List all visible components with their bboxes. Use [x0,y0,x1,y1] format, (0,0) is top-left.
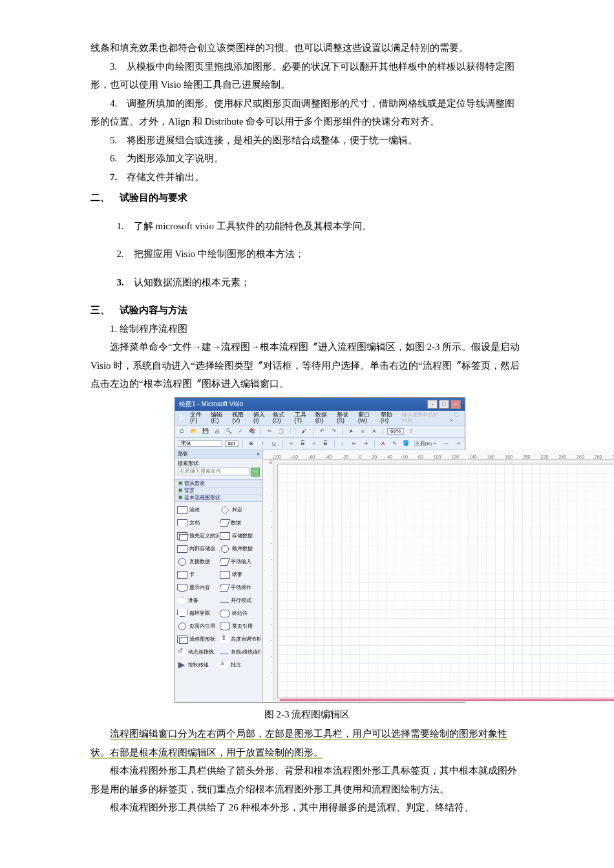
shape-item[interactable]: 动态连接线 [177,646,218,658]
bold-icon[interactable]: B [247,439,256,448]
category-basic-flowchart[interactable]: ▣ 基本流程图形状 [175,494,262,501]
decrease-indent-icon[interactable]: ⇤ [350,439,359,448]
category-arrows[interactable]: ▣ 箭头形状 [175,480,262,487]
shape-icon [220,532,230,540]
spell-icon[interactable]: ✓ [236,427,245,436]
close-button[interactable]: × [450,400,461,409]
increase-indent-icon[interactable]: ⇥ [361,439,370,448]
shape-item[interactable]: 页面内引用 [177,621,218,632]
shape-item[interactable]: 终结符 [220,608,261,619]
menu-edit[interactable]: 编辑(E) [211,412,227,424]
shape-item[interactable]: 显示内容 [177,582,218,594]
connector-icon[interactable]: ⎌ [358,427,367,436]
section-heading: 三、 试验内容与方法 [90,301,524,320]
shape-item[interactable]: 卡 [177,569,218,581]
visio-window: 绘图1 - Microsoft Visio - □ × 📄 文件(F) 编辑(E… [175,397,465,703]
font-color-icon[interactable]: A [379,439,388,448]
theme-icon[interactable]: 主题(E) [419,439,428,448]
menu-view[interactable]: 视图(V) [232,412,248,424]
shape-item[interactable]: 预先定义的流程 [177,530,218,542]
shape-icon [220,506,229,514]
align-right-icon[interactable]: ≡ [310,439,319,448]
shape-item[interactable]: 准备 [177,595,218,606]
shape-item[interactable]: 流程图形状 [177,634,218,645]
pointer-icon[interactable]: ➤ [346,427,355,436]
titlebar[interactable]: 绘图1 - Microsoft Visio - □ × [175,398,465,411]
font-size-box[interactable]: 8pt [225,440,238,447]
shape-item[interactable]: 循环界限 [177,608,218,619]
italic-icon[interactable]: I [258,439,267,448]
shape-item[interactable]: 批注 [220,659,261,671]
shape-item[interactable]: 存储数据 [220,530,261,542]
paragraph: 流程图编辑窗口分为左右两个局部，左部是图形工具栏，用户可以选择需要绘制的图形对象… [90,725,524,761]
line-weight-icon[interactable]: ≡ [430,439,439,448]
paste-icon[interactable]: 📄 [288,427,297,436]
menu-data[interactable]: 数据(D) [315,412,332,424]
shape-item[interactable]: 直线-曲线连接线 [220,646,261,658]
justify-icon[interactable]: ≣ [321,439,330,448]
horizontal-ruler: -100-80-60-40-20020406080100120140160180… [263,450,614,460]
menu-file[interactable]: 文件(F) [190,412,206,424]
shape-item[interactable]: 数据 [220,517,261,529]
line-color-icon[interactable]: ✎ [390,439,399,448]
save-icon[interactable]: 💾 [201,427,210,436]
shapes-search-input[interactable] [178,468,249,475]
shape-icon [220,636,229,643]
zoom-box[interactable]: 66% [387,428,404,435]
shape-icon [220,654,229,654]
menu-shapes[interactable]: 形状(S) [337,412,353,424]
shape-item[interactable]: 流程 [177,504,218,516]
line-ends-icon[interactable]: ⇢ [453,439,462,448]
print-icon[interactable]: 🖨 [213,427,222,436]
help-icon[interactable]: ? [407,427,416,436]
shape-item[interactable]: 并行模式 [220,595,261,606]
new-icon[interactable]: 🗋 [178,427,187,436]
bullets-icon[interactable]: ⋮ [339,439,348,448]
shape-item[interactable]: 某页引用 [220,621,261,632]
undo-icon[interactable]: ↶ [317,427,326,436]
preview-icon[interactable]: 🔍 [224,427,233,436]
shape-item[interactable]: 手动操作 [220,582,261,594]
content-item: 1. 绘制程序流程图 [90,320,524,338]
formatpainter-icon[interactable]: 🖌 [300,427,309,436]
menu-window[interactable]: 窗口(W) [358,412,376,424]
help-hint[interactable]: 键入需要帮助的问题 [402,413,441,423]
line-pattern-icon[interactable]: ⋯ [442,439,451,448]
menu-help[interactable]: 帮助(H) [381,412,397,424]
shape-item[interactable]: 纸带 [220,569,261,581]
research-icon[interactable]: 📚 [248,427,257,436]
panel-close-icon[interactable]: × [257,451,260,457]
align-center-icon[interactable]: ≣ [299,439,308,448]
maximize-button[interactable]: □ [439,400,449,409]
shapes-panel: 形状 × 搜索形状: → ▣ 箭头形状 ▣ 背景 ▣ 基本流程图形状 流程判定文… [175,450,263,702]
shape-item[interactable]: 顺序数据 [220,543,261,555]
shape-item[interactable]: 判定 [220,504,261,516]
help-close[interactable]: - □ × [449,412,462,424]
shape-item[interactable]: 内部存储器 [177,543,218,555]
shape-item[interactable]: 文档 [177,517,218,529]
minimize-button[interactable]: - [427,400,438,409]
shape-icon [177,610,187,617]
shape-label: 准备 [188,598,198,603]
menu-insert[interactable]: 插入(I) [253,412,268,424]
copy-icon[interactable]: 📋 [277,427,286,436]
menu-format[interactable]: 格式(O) [273,412,290,424]
shape-item[interactable]: 手动输入 [220,556,261,568]
menu-tools[interactable]: 工具(T) [295,412,310,424]
align-left-icon[interactable]: ≡ [287,439,296,448]
open-icon[interactable]: 📂 [189,427,198,436]
search-go-button[interactable]: → [251,468,260,477]
req-item: 3. 认知数据流图的根本元素； [117,273,524,292]
shape-item[interactable]: 控制传递 [177,659,218,671]
text-icon[interactable]: A [370,427,379,436]
cut-icon[interactable]: ✂ [265,427,274,436]
font-name-box[interactable]: 宋体 [178,440,222,447]
drawing-canvas[interactable] [277,464,614,698]
fill-color-icon[interactable]: 🪣 [401,439,410,448]
shape-label: 纸带 [232,572,242,577]
category-background[interactable]: ▣ 背景 [175,487,262,494]
shape-item[interactable]: 直接数据 [177,556,218,568]
shape-item[interactable]: 高度自调节框 [220,634,261,645]
underline-icon[interactable]: U [270,439,279,448]
redo-icon[interactable]: ↷ [329,427,338,436]
